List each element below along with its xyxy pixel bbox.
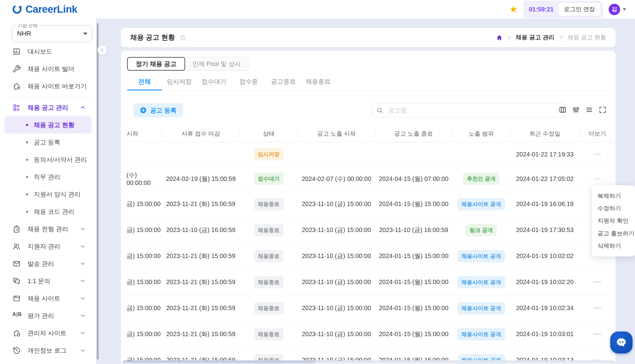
cell-deadline: 2023-11-21 (화) 15:00:59 <box>162 278 240 286</box>
status-badge: 채용종료 <box>254 250 284 262</box>
favorites-star-icon[interactable]: ★ <box>509 5 518 14</box>
row-more-button[interactable] <box>591 175 604 183</box>
tab-0[interactable]: 전체 <box>127 73 162 90</box>
chat-support-button[interactable] <box>610 331 633 353</box>
browser-icon <box>12 294 21 303</box>
scope-badge: 채용사이트 공개 <box>457 328 505 340</box>
table-row: 금) 15:00:002023-11-10 (금) 16:00:59채용종료20… <box>124 217 615 243</box>
extend-login-button[interactable]: 로그인 연장 <box>558 2 601 16</box>
toggle-regular-posting[interactable]: 정기 채용 공고 <box>127 57 185 71</box>
sidebar-item-9[interactable]: A|B평가 관리 <box>0 307 96 324</box>
sidebar-item-8[interactable]: 채용 사이트 <box>0 290 96 307</box>
sidebar-item-label: 채용 전형 관리 <box>28 225 73 233</box>
dot <box>594 333 596 335</box>
fullscreen-icon[interactable] <box>598 106 607 114</box>
register-posting-button[interactable]: 공고 등록 <box>133 103 183 117</box>
context-menu-item-1[interactable]: 수정하기 <box>592 205 635 211</box>
cell-text: 2023-11-21 (화) 15:00:59 <box>166 304 235 312</box>
sidebar-subitem-3[interactable]: 직무 관리 <box>4 168 92 186</box>
column-header-label: 공고 노출 종료 <box>394 130 433 138</box>
cell-expose_start: 2023-11-10 (금) 15:00:00 <box>298 252 375 260</box>
column-header-1: 서류 접수 마감 <box>162 125 240 142</box>
bookmark-star-icon[interactable]: ☆ <box>179 33 186 42</box>
breadcrumb-separator: > <box>508 34 511 41</box>
tab-2[interactable]: 접수대기 <box>197 73 231 90</box>
horizontal-scrollbar-thumb[interactable] <box>123 360 315 363</box>
cell-text: 2023-11-10 (금) 15:00:00 <box>302 226 371 234</box>
cell-text: 2024-01-15 (월) 15:00:00 <box>379 252 449 260</box>
sidebar-subitem-5[interactable]: 채용 코드 관리 <box>4 203 92 220</box>
company-select[interactable]: 기업 선택 NHR <box>12 25 92 42</box>
row-more-button[interactable] <box>591 330 604 338</box>
cell-expose_start: 2023-11-10 (금) 15:00:00 <box>298 200 375 208</box>
tab-1[interactable]: 임시저장 <box>162 73 197 90</box>
company-select-value: NHR <box>17 30 31 37</box>
sidebar-item-2[interactable]: 채용 사이트 바로가기 <box>0 77 96 95</box>
cell-scope: 채용사이트 공개 <box>452 198 510 210</box>
row-more-button[interactable] <box>591 151 604 158</box>
breadcrumb-parent[interactable]: 채용 공고 관리 <box>516 33 554 42</box>
home-icon[interactable] <box>496 34 503 41</box>
company-select-label: 기업 선택 <box>16 23 39 29</box>
cell-text: 2023-11-21 (화) 15:00:59 <box>166 252 235 260</box>
context-menu-item-3[interactable]: 공고 홍보하기 <box>592 230 635 236</box>
tab-5[interactable]: 채용종료 <box>301 73 335 90</box>
cell-text: 2023-11-10 (금) 15:00:00 <box>302 200 371 208</box>
logo-text: CareerLink <box>25 3 77 15</box>
row-density-icon[interactable] <box>585 106 593 114</box>
sidebar-item-11[interactable]: 개인정보 로그 <box>0 342 96 359</box>
context-menu-item-4[interactable]: 삭제하기 <box>592 243 635 249</box>
cell-text: 2023-11-21 (화) 15:00:59 <box>166 278 235 286</box>
cell-text: 금) 15:00:00 <box>127 226 161 234</box>
cell-start: 금) 15:00:00 <box>124 330 162 338</box>
horizontal-scrollbar[interactable] <box>123 360 615 363</box>
cell-text: 2023-11-10 (금) 15:00:00 <box>302 304 371 312</box>
toggle-talent-pool[interactable]: 인재 Pool 및 상시 <box>184 57 249 71</box>
sidebar-collapse-button[interactable] <box>97 45 107 55</box>
sidebar-item-7[interactable]: 1:1 문의 <box>0 272 96 290</box>
breadcrumb-separator: > <box>559 34 563 41</box>
sidebar-subitem-4[interactable]: 지원서 양식 관리 <box>4 186 92 203</box>
sidebar-item-6[interactable]: 발송 관리 <box>0 255 96 272</box>
column-header-label: 최근 수정일 <box>529 130 560 138</box>
user-menu[interactable]: 김 <box>609 4 626 15</box>
context-menu-item-0[interactable]: 복제하기 <box>592 193 635 199</box>
sidebar-scrollbar[interactable] <box>97 23 99 359</box>
row-more-button[interactable] <box>591 278 604 286</box>
cell-deadline: 2023-11-21 (화) 15:00:59 <box>162 304 240 312</box>
tab-4[interactable]: 공고종료 <box>266 73 301 90</box>
title-left: 채용 공고 현황 ☆ <box>130 33 187 42</box>
table-row: 금) 15:00:002023-11-21 (화) 15:00:59채용종료20… <box>124 321 615 347</box>
sidebar-subitem-label: 동의서/서약서 관리 <box>34 156 87 164</box>
column-header-4: 공고 노출 종료 <box>375 125 452 142</box>
cell-status: 접수대기 <box>240 173 298 185</box>
sidebar-item-label: 채용 사이트 바로가기 <box>28 82 96 90</box>
row-more-button[interactable] <box>591 304 604 312</box>
status-badge: 임시저장 <box>254 148 284 160</box>
app-logo[interactable]: CareerLink <box>12 3 77 15</box>
sidebar-subitem-0[interactable]: 채용 공고 현황 <box>4 116 92 134</box>
sidebar-item-4[interactable]: 채용 전형 관리 <box>0 220 96 238</box>
tab-3[interactable]: 접수중 <box>231 73 266 90</box>
context-menu-item-2[interactable]: 지원자 확인 <box>592 218 635 224</box>
sidebar-subitem-2[interactable]: 동의서/서약서 관리 <box>4 151 92 168</box>
dot <box>599 307 601 309</box>
status-badge: 채용종료 <box>254 328 284 340</box>
bullet-icon <box>26 193 28 195</box>
search-input[interactable] <box>387 107 560 114</box>
people-icon <box>12 242 21 251</box>
filter-sliders-icon[interactable] <box>572 106 580 114</box>
chevron-left-icon <box>100 48 104 52</box>
sidebar-item-1[interactable]: 채용 사이트 빌더 <box>0 60 96 77</box>
sidebar-subitem-label: 채용 코드 관리 <box>34 208 74 216</box>
cell-expose_end: 2024-01-15 (월) 15:00:00 <box>375 278 452 286</box>
page-header-card: 채용 공고 현황 ☆ > 채용 공고 관리 > 채용 공고 현황 <box>121 28 615 47</box>
sidebar-item-3[interactable]: 채용 공고 관리 <box>0 99 96 116</box>
columns-icon[interactable] <box>558 106 567 114</box>
sidebar-item-0[interactable]: 대시보드 <box>0 43 96 60</box>
sidebar-subitem-1[interactable]: 공고 등록 <box>4 134 92 151</box>
sidebar-subitem-label: 채용 공고 현황 <box>34 121 74 129</box>
cell-start: 금) 15:00:00 <box>124 252 162 260</box>
sidebar-item-5[interactable]: 지원자 관리 <box>0 238 96 255</box>
sidebar-item-10[interactable]: 관리자 사이트 <box>0 324 96 342</box>
